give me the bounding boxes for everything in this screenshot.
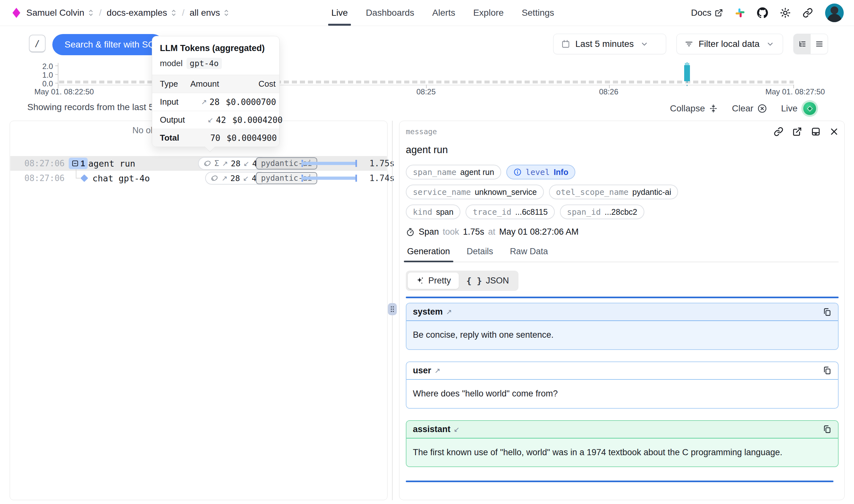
detail-tabs: Generation Details Raw Data: [406, 247, 839, 262]
timing-word: took: [443, 227, 459, 237]
search-filter-button[interactable]: Search & filter with SQL: [52, 34, 163, 55]
nav-alerts[interactable]: Alerts: [432, 0, 455, 26]
breadcrumb-separator: /: [182, 8, 185, 18]
json-label: JSON: [486, 276, 509, 286]
trace-row-chat-gpt4o[interactable]: 08:27:06 chat gpt-4o ↗ 28 ↙ 42 pydantic-…: [10, 171, 387, 185]
direction-arrow-icon: ↗: [446, 308, 452, 316]
user-avatar[interactable]: [825, 3, 844, 22]
y-tick-label: 0.0: [34, 79, 53, 88]
row-cost: $0.0004200: [226, 115, 283, 125]
tokens-coin-icon: [203, 159, 212, 167]
pretty-view-button[interactable]: Pretty: [408, 272, 459, 289]
nav-settings[interactable]: Settings: [522, 0, 554, 26]
open-in-new-icon[interactable]: [792, 127, 802, 137]
collapse-button[interactable]: Collapse: [670, 103, 718, 114]
live-toggle[interactable]: Live: [781, 100, 818, 117]
timing-duration: 1.75s: [463, 227, 484, 237]
pill-key: span_id: [567, 208, 601, 217]
messages-top-divider: [406, 296, 839, 298]
nav-live[interactable]: Live: [331, 0, 348, 26]
github-icon[interactable]: [757, 7, 768, 18]
model-value: gpt-4o: [186, 58, 222, 69]
message-card-user: user ↗ Where does "hello world" come fro…: [406, 361, 839, 409]
docs-link[interactable]: Docs: [691, 8, 723, 18]
copy-icon: [822, 366, 832, 375]
message-text: The first known use of "hello, world" wa…: [413, 447, 808, 459]
pill-value: ...6c8115: [515, 208, 548, 217]
trace-id-pill[interactable]: trace_id ...6c8115: [466, 204, 555, 219]
tree-view-icon: [798, 40, 806, 48]
histogram-bar[interactable]: [684, 65, 690, 81]
span-id-pill[interactable]: span_id ...28cbc2: [560, 204, 644, 219]
slack-icon[interactable]: [735, 8, 745, 18]
input-tokens: 28: [231, 159, 240, 168]
breadcrumb-separator: /: [99, 8, 102, 18]
x-tick-label: 08:26: [599, 87, 618, 96]
copy-icon: [822, 425, 832, 434]
docs-label: Docs: [691, 8, 711, 18]
span-name-pill[interactable]: span_name agent run: [406, 165, 501, 179]
org-selector[interactable]: Samuel Colvin: [26, 8, 94, 18]
level-pill[interactable]: level Info: [506, 165, 575, 179]
nav-dashboards[interactable]: Dashboards: [366, 0, 414, 26]
service-name-pill[interactable]: service_name unknown_service: [406, 185, 544, 199]
copy-message-button[interactable]: [822, 366, 832, 375]
pretty-json-toggle: Pretty { } JSON: [406, 271, 519, 291]
col-type: Type: [160, 79, 178, 89]
filter-local-data-dropdown[interactable]: Filter local data: [676, 34, 783, 54]
row-type: Input: [160, 97, 179, 107]
top-header: Samuel Colvin / docs-examples / all envs…: [0, 0, 854, 26]
env-selector[interactable]: all envs: [189, 8, 230, 18]
table-row-total: Total 70 $0.0004900: [152, 129, 279, 147]
pill-key: service_name: [413, 187, 471, 197]
copy-link-icon[interactable]: [774, 127, 783, 137]
list-view-button[interactable]: [811, 34, 828, 54]
trace-row-agent-run[interactable]: 08:27:06 1 agent run Σ ↗ 28 ↙ 42 pydanti…: [10, 156, 387, 171]
pill-value: Info: [553, 167, 568, 177]
tab-generation[interactable]: Generation: [406, 247, 451, 262]
collapse-label: Collapse: [670, 103, 705, 114]
pill-key: otel_scope_name: [556, 187, 629, 197]
otel-scope-pill[interactable]: otel_scope_name pydantic-ai: [549, 185, 678, 199]
col-amount: Amount: [178, 79, 219, 89]
close-icon[interactable]: [830, 127, 839, 136]
project-selector[interactable]: docs-examples: [107, 8, 177, 18]
span-detail-panel: message agent run span_name agent run le…: [399, 121, 845, 500]
clear-button[interactable]: Clear: [732, 103, 767, 114]
time-range-dropdown[interactable]: Last 5 minutes: [553, 34, 666, 54]
square-minus-icon: [71, 160, 79, 167]
tab-details[interactable]: Details: [466, 247, 495, 262]
pill-key: span_name: [413, 167, 456, 177]
tab-raw-data[interactable]: Raw Data: [509, 247, 549, 262]
chevron-down-icon: [767, 40, 774, 48]
table-row-input: Input ↗28 $0.0000700: [152, 93, 279, 111]
kind-pill[interactable]: kind span: [406, 204, 460, 219]
messages-bottom-divider: [406, 481, 833, 482]
json-view-button[interactable]: { } JSON: [459, 272, 517, 289]
span-name: agent run: [88, 159, 135, 168]
copy-message-button[interactable]: [822, 308, 832, 317]
row-amount: 42: [216, 115, 226, 125]
input-arrow-icon: ↗: [221, 174, 227, 182]
env-name: all envs: [189, 8, 220, 18]
tree-view-button[interactable]: [794, 34, 811, 54]
pill-key: kind: [413, 208, 432, 217]
breadcrumb: Samuel Colvin / docs-examples / all envs: [12, 0, 230, 26]
pill-key: level: [526, 167, 550, 177]
collapse-children-badge[interactable]: 1: [69, 158, 88, 169]
panel-resize-handle[interactable]: [388, 303, 397, 315]
dock-panel-icon[interactable]: [811, 127, 821, 137]
output-arrow-icon: ↙: [243, 174, 249, 182]
pill-value: span: [436, 208, 453, 217]
live-label: Live: [781, 103, 798, 114]
pill-value: agent run: [460, 167, 494, 177]
project-name: docs-examples: [107, 8, 167, 18]
pill-value: ...28cbc2: [604, 208, 637, 217]
message-role: user: [413, 366, 431, 376]
theme-sun-icon[interactable]: [780, 8, 791, 18]
nav-explore[interactable]: Explore: [473, 0, 504, 26]
share-link-icon[interactable]: [803, 8, 813, 18]
record-kind-label: message: [406, 127, 437, 136]
table-row-output: Output ↙42 $0.0004200: [152, 111, 279, 129]
copy-message-button[interactable]: [822, 425, 832, 434]
